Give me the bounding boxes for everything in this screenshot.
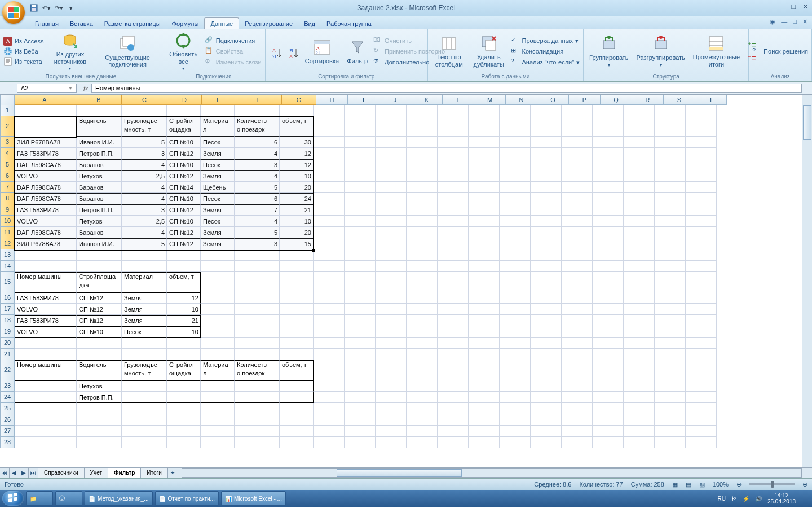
cell[interactable]: СП №12 xyxy=(167,227,201,238)
cell[interactable]: Песок xyxy=(201,159,235,170)
cell[interactable] xyxy=(376,238,407,249)
sort-desc-button[interactable]: ЯА xyxy=(286,46,299,57)
cell[interactable] xyxy=(500,159,531,170)
cell[interactable] xyxy=(500,360,531,380)
qat-menu-icon[interactable]: ▾ xyxy=(67,3,76,12)
cell[interactable] xyxy=(624,159,655,170)
cell[interactable] xyxy=(407,227,438,238)
cell[interactable] xyxy=(376,105,407,116)
col-header[interactable]: G xyxy=(282,95,316,105)
cell[interactable] xyxy=(376,426,407,437)
solver-button[interactable]: ?Поиск решения xyxy=(752,47,808,56)
cell[interactable]: 4 xyxy=(235,148,280,159)
cell[interactable] xyxy=(562,227,593,238)
cell[interactable] xyxy=(314,249,345,261)
cell[interactable] xyxy=(201,349,235,360)
cell[interactable]: 12 xyxy=(167,292,201,304)
cell[interactable] xyxy=(686,116,717,137)
cell[interactable] xyxy=(531,137,562,148)
undo-icon[interactable]: ↶▾ xyxy=(42,3,51,12)
ribbon-tab-5[interactable]: Рецензирование xyxy=(239,18,298,29)
col-header[interactable]: O xyxy=(537,95,569,105)
cell[interactable] xyxy=(686,249,717,261)
cell[interactable] xyxy=(345,193,376,204)
cell[interactable] xyxy=(376,272,407,292)
show-desktop-button[interactable] xyxy=(804,491,810,506)
cell[interactable] xyxy=(235,426,280,437)
cell[interactable] xyxy=(531,392,562,403)
cell[interactable] xyxy=(655,204,686,216)
cell[interactable] xyxy=(376,360,407,380)
cell[interactable] xyxy=(167,338,201,349)
cell[interactable] xyxy=(376,349,407,360)
cell[interactable] xyxy=(376,338,407,349)
cell[interactable] xyxy=(593,159,624,170)
col-header[interactable]: L xyxy=(443,95,474,105)
cell[interactable] xyxy=(376,227,407,238)
cell[interactable] xyxy=(686,105,717,116)
cell[interactable] xyxy=(655,105,686,116)
cell[interactable] xyxy=(201,437,235,448)
cell[interactable]: 4 xyxy=(122,159,167,170)
col-header[interactable]: J xyxy=(379,95,411,105)
cell[interactable] xyxy=(469,159,500,170)
cell[interactable] xyxy=(686,349,717,360)
cell[interactable] xyxy=(167,414,201,426)
row-header[interactable]: 20 xyxy=(0,338,15,349)
row-header[interactable]: 10 xyxy=(0,216,15,227)
row-header[interactable]: 15 xyxy=(0,272,15,292)
cell[interactable] xyxy=(531,249,562,261)
cell[interactable] xyxy=(280,414,314,426)
cell[interactable] xyxy=(314,227,345,238)
cell[interactable] xyxy=(593,338,624,349)
cell[interactable]: СП №10 xyxy=(167,159,201,170)
cell[interactable]: Земля xyxy=(201,170,235,182)
cell[interactable] xyxy=(376,326,407,338)
cell[interactable] xyxy=(469,326,500,338)
cell[interactable] xyxy=(345,216,376,227)
cell[interactable] xyxy=(655,137,686,148)
cell[interactable] xyxy=(376,159,407,170)
col-header[interactable]: Q xyxy=(601,95,632,105)
cell[interactable]: Материал xyxy=(122,272,167,292)
cell[interactable]: 4 xyxy=(122,182,167,193)
cell[interactable] xyxy=(345,182,376,193)
row-header[interactable]: 17 xyxy=(0,304,15,315)
cell[interactable] xyxy=(624,261,655,272)
cell[interactable] xyxy=(15,414,77,426)
cell[interactable] xyxy=(500,238,531,249)
cell[interactable] xyxy=(500,349,531,360)
row-header[interactable]: 6 xyxy=(0,170,15,182)
cell[interactable] xyxy=(531,338,562,349)
cell[interactable]: 3 xyxy=(122,204,167,216)
cell[interactable]: Баранов xyxy=(77,159,122,170)
cell[interactable] xyxy=(686,193,717,204)
cell[interactable] xyxy=(407,137,438,148)
cell[interactable] xyxy=(201,292,235,304)
cell[interactable] xyxy=(280,403,314,414)
cell[interactable] xyxy=(438,227,469,238)
cell[interactable] xyxy=(500,105,531,116)
cell[interactable] xyxy=(438,148,469,159)
cell[interactable] xyxy=(15,426,77,437)
tray-time[interactable]: 14:12 xyxy=(767,492,796,498)
cell[interactable]: 12 xyxy=(280,148,314,159)
cell[interactable] xyxy=(438,216,469,227)
row-header[interactable]: 2 xyxy=(0,116,15,137)
cell[interactable] xyxy=(345,338,376,349)
cell[interactable] xyxy=(593,426,624,437)
cell[interactable] xyxy=(593,304,624,315)
cell[interactable] xyxy=(500,170,531,182)
cell[interactable]: Водитель xyxy=(77,360,122,380)
cell[interactable] xyxy=(531,360,562,380)
cell[interactable] xyxy=(531,182,562,193)
cell[interactable] xyxy=(235,437,280,448)
cell[interactable] xyxy=(624,182,655,193)
cell[interactable] xyxy=(469,137,500,148)
cell[interactable] xyxy=(531,105,562,116)
cell[interactable] xyxy=(376,392,407,403)
cell[interactable] xyxy=(531,326,562,338)
cell[interactable] xyxy=(235,392,280,403)
cell[interactable]: 20 xyxy=(280,182,314,193)
cell[interactable] xyxy=(562,116,593,137)
